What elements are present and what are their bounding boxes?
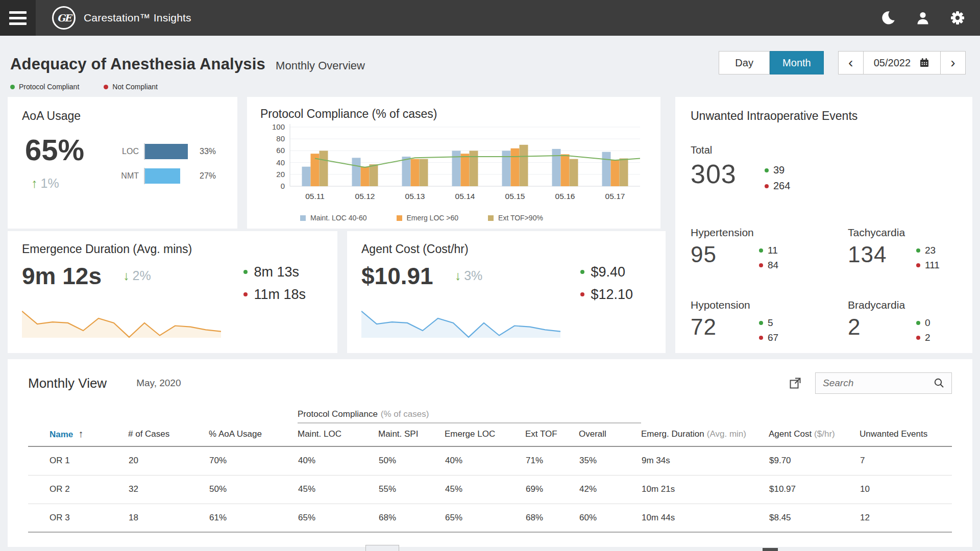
trend-down-icon: ↓ — [123, 268, 130, 283]
events-total-label: Total — [691, 144, 957, 156]
event-stat: Tachycardia 134 23 111 — [848, 227, 957, 272]
table-title: Monthly View — [28, 375, 107, 391]
pagination: ‹Previous12345…250Next› — [702, 548, 951, 551]
emergence-noncompliant-value: 11m 18s — [254, 287, 306, 303]
legend-series-label: Maint. LOC 40-60 — [310, 214, 367, 222]
svg-text:05.12: 05.12 — [355, 192, 375, 201]
aoa-bar — [145, 168, 180, 184]
monthly-view-card: Monthly View May, 2020 Protocol Complian… — [8, 359, 972, 547]
table-row: OR 23250%45%55%45%69%42%10m 21s$10.9710 — [28, 475, 952, 504]
column-header-name[interactable]: Name↑ — [28, 423, 128, 446]
legend-swatch — [397, 215, 402, 221]
brand-title: Carestation™ Insights — [84, 12, 191, 24]
rows-per-page-select[interactable]: 3 — [365, 545, 399, 551]
chevron-right-icon[interactable]: › — [941, 52, 965, 74]
svg-text:05.11: 05.11 — [305, 192, 325, 201]
legend-series-label: Emerg LOC >60 — [407, 214, 459, 222]
gear-icon[interactable] — [949, 10, 966, 26]
unwanted-events-card: Unwanted Intraoperative Events Total 303… — [675, 97, 972, 353]
sparkline-svg — [361, 308, 560, 341]
search-input[interactable] — [822, 377, 933, 389]
calendar-icon — [919, 57, 930, 68]
column-header: Maint. LOC — [298, 423, 378, 446]
page-header: Adequacy of Anesthesia Analysis Monthly … — [0, 36, 980, 97]
agent-compliant-value: $9.40 — [591, 264, 625, 280]
hamburger-menu-icon[interactable] — [0, 0, 36, 36]
emergence-duration-card: Emergence Duration (Avg. mins) 9m 12s ↓ … — [8, 231, 337, 353]
month-toggle-button[interactable]: Month — [770, 51, 824, 74]
table-row: OR 31861%65%68%65%68%60%10m 44s$8.4512 — [28, 504, 952, 532]
card-title: Protocol Compliance (% of cases) — [260, 107, 647, 121]
compliant-dot — [243, 270, 248, 274]
card-title: Emergence Duration (Avg. mins) — [22, 242, 323, 256]
table-cell: 65% — [445, 504, 525, 532]
table-cell: 10m 44s — [641, 504, 769, 532]
chevron-left-icon[interactable]: ‹ — [839, 52, 863, 74]
card-title: Unwanted Intraoperative Events — [691, 109, 957, 123]
page-number-active[interactable]: 1 — [763, 548, 778, 551]
external-link-icon[interactable] — [789, 377, 802, 390]
search-box — [815, 372, 952, 394]
date-picker[interactable]: 05/2022 — [863, 52, 941, 74]
agent-cost-sparkline — [361, 308, 560, 342]
compliant-dot — [765, 168, 769, 172]
aoa-bar-chart: LOC 33%NMT 27% — [116, 135, 223, 192]
noncompliant-dot — [759, 263, 763, 267]
agent-cost-card: Agent Cost (Cost/hr) $10.91 ↓ 3% $9.40 $… — [347, 231, 666, 353]
or-table: Protocol Compliance(% of cases) Name↑# o… — [28, 409, 952, 533]
page-title: Adequacy of Anesthesia Analysis — [10, 55, 265, 73]
noncompliant-dot — [916, 263, 920, 267]
noncompliant-count: 2 — [925, 332, 930, 343]
event-label: Bradycardia — [848, 299, 957, 311]
svg-text:100: 100 — [272, 122, 285, 131]
svg-text:05.14: 05.14 — [455, 192, 475, 201]
compliant-count: 11 — [768, 245, 778, 256]
chart-legend: Maint. LOC 40-60Emerg LOC >60Ext TOF>90% — [300, 214, 647, 222]
protocol-compliance-chart: 02040608010005.1105.1205.1305.1405.1505.… — [260, 121, 647, 213]
table-cell: 42% — [579, 475, 641, 504]
protocol-chart-svg: 02040608010005.1105.1205.1305.1405.1505.… — [260, 121, 647, 211]
compliant-count: 5 — [768, 317, 773, 329]
search-icon[interactable] — [933, 377, 945, 389]
svg-text:40: 40 — [276, 158, 285, 167]
page-subtitle: Monthly Overview — [276, 59, 365, 72]
table-cell: 18 — [128, 504, 209, 532]
sort-ascending-icon[interactable]: ↑ — [78, 428, 83, 439]
emergence-compliant-value: 8m 13s — [254, 264, 299, 280]
emergence-delta: 2% — [133, 268, 151, 283]
svg-text:80: 80 — [276, 134, 285, 143]
date-navigator: ‹ 05/2022 › — [838, 51, 966, 74]
aoa-bar-label: NMT — [116, 171, 139, 181]
emergence-sparkline — [22, 308, 221, 342]
table-header-row: Name↑# of Cases% AoA UsageMaint. LOCMain… — [28, 423, 952, 446]
event-label: Hypotension — [691, 299, 848, 311]
trend-up-icon: ↑ — [31, 176, 38, 191]
column-header: # of Cases — [128, 423, 209, 446]
day-toggle-button[interactable]: Day — [719, 51, 770, 74]
events-total-value: 303 — [691, 160, 749, 194]
svg-text:05.15: 05.15 — [505, 192, 525, 201]
agent-noncompliant-value: $12.10 — [591, 287, 633, 303]
noncompliant-dot — [916, 336, 920, 340]
legend-dot — [104, 85, 108, 89]
compliant-dot — [759, 321, 763, 325]
table-cell: 7 — [860, 446, 952, 475]
event-value: 2 — [848, 315, 905, 345]
column-header: Unwanted Events — [860, 423, 952, 446]
table-cell: 20 — [128, 446, 209, 475]
svg-text:05.17: 05.17 — [605, 192, 625, 201]
compliant-dot — [916, 248, 920, 253]
person-icon[interactable] — [915, 10, 931, 26]
events-grid: Hypertension 95 11 84 Tachycardia 134 23… — [691, 227, 957, 345]
table-cell: 45% — [298, 475, 378, 504]
table-cell: 50% — [209, 475, 298, 504]
compliant-dot — [759, 248, 763, 253]
aoa-value: 65% — [25, 135, 116, 165]
moon-icon[interactable] — [880, 10, 896, 26]
trend-down-icon: ↓ — [455, 268, 461, 283]
table-cell: 61% — [209, 504, 298, 532]
svg-text:60: 60 — [276, 146, 285, 155]
agent-cost-value: $10.91 — [361, 264, 433, 288]
svg-text:05.16: 05.16 — [555, 192, 575, 201]
chart-legend-item: Ext TOF>90% — [488, 214, 543, 222]
